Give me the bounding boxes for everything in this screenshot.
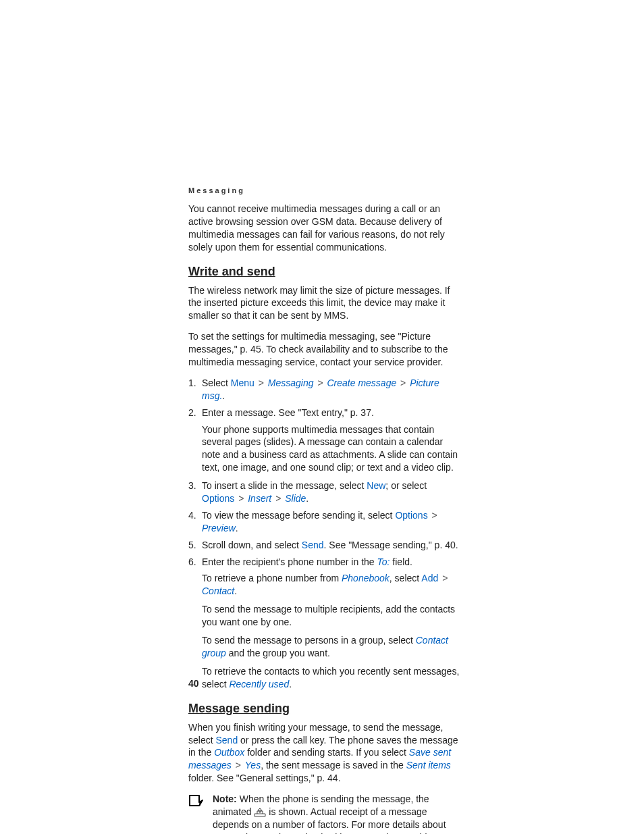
menu-path: Phonebook <box>342 573 390 583</box>
intro-paragraph: You cannot receive multimedia messages d… <box>188 203 460 254</box>
list-text: Enter a message. See "Text entry," p. 37… <box>202 407 460 419</box>
field-label: To: <box>377 556 390 567</box>
note-icon <box>188 794 205 809</box>
list-number: 2. <box>188 407 202 419</box>
header-label: Messaging <box>188 186 460 194</box>
list-item: 2. Enter a message. See "Text entry," p.… <box>188 407 460 419</box>
page-content: Messaging You cannot receive multimedia … <box>188 186 460 834</box>
separator: > <box>234 760 242 771</box>
list-text: To insert a slide in the message, select… <box>202 479 460 505</box>
note-text: Note: When the phone is sending the mess… <box>213 793 460 834</box>
separator: > <box>237 493 245 504</box>
list-text: Scroll down, and select Send. See "Messa… <box>202 539 460 552</box>
menu-path: Insert <box>248 493 271 504</box>
list-sub-paragraph: To send the message to persons in a grou… <box>202 634 460 660</box>
sending-animated-icon <box>254 808 266 817</box>
list-number: 4. <box>188 509 202 535</box>
menu-label: Options <box>395 510 427 521</box>
menu-label: Add <box>421 573 438 583</box>
list-sub-paragraph: To retrieve a phone number from Phoneboo… <box>202 572 460 598</box>
paragraph: When you finish writing your message, to… <box>188 721 460 785</box>
separator: > <box>431 510 439 521</box>
heading-message-sending: Message sending <box>188 702 460 716</box>
menu-label: Send <box>215 735 238 746</box>
note-label: Note: <box>213 793 237 804</box>
menu-label: Options <box>202 493 234 504</box>
menu-path: Messaging <box>268 377 314 388</box>
separator: > <box>441 573 449 583</box>
separator: > <box>399 377 407 388</box>
list-number: 6. <box>188 556 202 569</box>
paragraph: To set the settings for multimedia messa… <box>188 330 460 369</box>
list-number: 1. <box>188 377 202 402</box>
list-text: Enter the recipient's phone number in th… <box>202 556 460 569</box>
menu-path: Create message <box>327 377 396 388</box>
menu-path: Contact <box>202 585 234 596</box>
list-number: 3. <box>188 479 202 505</box>
paragraph: The wireless network may limit the size … <box>188 284 460 323</box>
menu-path: Recently used <box>229 679 289 689</box>
list-sub-paragraph: To retrieve the contacts to which you re… <box>202 665 460 691</box>
separator: > <box>316 377 324 388</box>
heading-write-and-send: Write and send <box>188 265 460 279</box>
menu-path: Slide <box>285 493 306 504</box>
separator: > <box>257 377 265 388</box>
menu-label: Menu <box>231 377 254 388</box>
list-item: 5. Scroll down, and select Send. See "Me… <box>188 539 460 552</box>
list-item: 1. Select Menu > Messaging > Create mess… <box>188 377 460 402</box>
note-block: Note: When the phone is sending the mess… <box>188 793 460 834</box>
menu-path: Yes <box>245 760 261 771</box>
list-sub-paragraph: To send the message to multiple recipien… <box>202 603 460 629</box>
ordered-list: 1. Select Menu > Messaging > Create mess… <box>188 377 460 691</box>
list-item: 3. To insert a slide in the message, sel… <box>188 479 460 505</box>
menu-label: Send <box>302 540 324 550</box>
menu-label: New <box>367 480 385 491</box>
list-sub-paragraph: Your phone supports multimedia messages … <box>202 423 460 475</box>
folder-label: Sent items <box>406 760 451 771</box>
menu-path: Preview <box>202 523 236 533</box>
list-item: 6. Enter the recipient's phone number in… <box>188 556 460 569</box>
page-number: 40 <box>188 678 199 689</box>
list-text: Select Menu > Messaging > Create message… <box>202 377 460 402</box>
folder-label: Outbox <box>214 747 244 758</box>
separator: > <box>274 493 282 504</box>
list-text: To view the message before sending it, s… <box>202 509 460 535</box>
note-icon-wrap <box>188 793 213 834</box>
list-item: 4. To view the message before sending it… <box>188 509 460 535</box>
list-number: 5. <box>188 539 202 552</box>
